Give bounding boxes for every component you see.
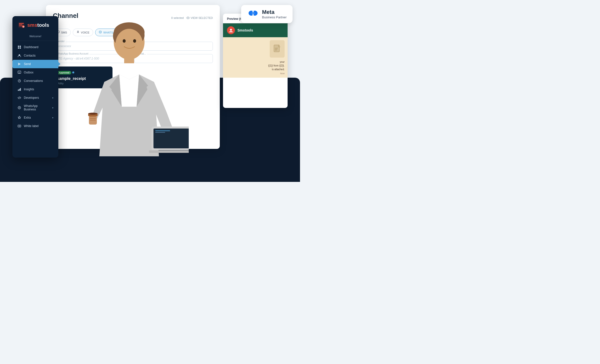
sidebar-item-label: Send xyxy=(24,62,31,66)
sidebar-item-extra[interactable]: Extra ▾ xyxy=(12,113,58,122)
preview-text: your {{1}} from {{2}}. is attached. xyxy=(268,60,285,71)
contacts-icon xyxy=(17,54,21,58)
preview-text-line3: is attached. xyxy=(268,67,285,71)
svg-point-42 xyxy=(88,113,98,115)
sidebar-item-label: WhatsApp Business xyxy=(24,104,50,111)
person-figure xyxy=(70,12,189,174)
preview-panel: Preview (this is a preview only) Smstool… xyxy=(223,14,288,108)
developers-icon xyxy=(17,96,21,100)
sidebar-item-developers[interactable]: Developers ▾ xyxy=(12,94,58,102)
sidebar-welcome: Welcome! xyxy=(12,33,58,41)
whatsapp-icon xyxy=(17,106,21,110)
svg-point-35 xyxy=(133,39,136,43)
svg-rect-46 xyxy=(155,130,170,131)
svg-rect-13 xyxy=(18,90,19,91)
dashboard-icon xyxy=(17,45,21,49)
sidebar-item-label: Contacts xyxy=(24,54,36,57)
preview-text-line2: {{1}} from {{2}}. xyxy=(268,64,285,67)
extra-icon xyxy=(17,116,21,120)
preview-text-line1: your xyxy=(268,60,285,64)
sidebar-item-dashboard[interactable]: Dashboard xyxy=(12,43,58,51)
sidebar-item-label: Developers xyxy=(24,96,39,99)
sidebar-item-conversations[interactable]: Conversations xyxy=(12,77,58,85)
svg-text:✉: ✉ xyxy=(23,26,24,28)
sidebar-item-label: Extra xyxy=(24,116,31,119)
sidebar-item-label: Conversations xyxy=(24,79,43,83)
chevron-down-icon: ▾ xyxy=(52,106,53,109)
smstools-logo-icon: ✉ xyxy=(17,21,25,29)
preview-brand-bar: Smstools xyxy=(223,23,288,37)
view-selected-label: VIEW SELECTED xyxy=(191,16,213,19)
view-selected-button[interactable]: VIEW SELECTED xyxy=(186,16,213,19)
brand-icon xyxy=(227,26,235,34)
chevron-down-icon: ▾ xyxy=(52,116,53,119)
preview-timestamp: Now xyxy=(280,72,285,75)
preview-content: your {{1}} from {{2}}. is attached. Now xyxy=(223,37,288,78)
svg-point-16 xyxy=(18,106,21,109)
sidebar-item-label: White label xyxy=(24,124,38,128)
send-icon xyxy=(17,62,21,66)
svg-rect-8 xyxy=(18,47,19,49)
svg-rect-7 xyxy=(20,46,21,47)
meta-text-block: Meta Business Partner xyxy=(262,9,287,19)
svg-rect-36 xyxy=(124,56,134,63)
approved-badge: Approved xyxy=(57,71,71,74)
conversations-icon xyxy=(17,79,21,83)
meta-logo-icon xyxy=(247,9,259,19)
svg-rect-47 xyxy=(155,132,165,133)
svg-point-34 xyxy=(123,39,126,43)
outbox-icon xyxy=(17,70,21,74)
sidebar-item-contacts[interactable]: Contacts xyxy=(12,51,58,60)
meta-subtitle: Business Partner xyxy=(262,15,287,19)
logo-text: smstools xyxy=(27,22,49,28)
svg-rect-1 xyxy=(19,23,24,24)
svg-point-17 xyxy=(19,107,20,108)
main-container: ✉ smstools Welcome! Dashboard xyxy=(0,0,300,182)
chevron-down-icon: ▾ xyxy=(52,97,53,99)
meta-badge: Meta Business Partner xyxy=(241,5,293,23)
brand-name: Smstools xyxy=(237,28,253,32)
svg-rect-27 xyxy=(275,49,277,49)
svg-rect-28 xyxy=(275,50,277,50)
sidebar-item-whatsapp[interactable]: WhatsApp Business ▾ xyxy=(12,102,58,113)
svg-rect-26 xyxy=(275,48,278,48)
svg-rect-15 xyxy=(20,88,21,91)
sms-tab-label: SMS xyxy=(61,31,67,34)
meta-title: Meta xyxy=(262,9,287,15)
person-illustration xyxy=(70,12,189,174)
sidebar-item-label: Dashboard xyxy=(24,45,38,49)
sidebar-item-send[interactable]: Send xyxy=(12,60,58,68)
sidebar-logo: ✉ smstools xyxy=(12,21,58,33)
insights-icon xyxy=(17,87,21,91)
preview-doc-icon xyxy=(270,40,285,58)
svg-rect-44 xyxy=(153,129,189,148)
whitelabel-icon xyxy=(17,124,21,128)
sidebar-item-whitelabel[interactable]: White label xyxy=(12,122,58,130)
svg-rect-6 xyxy=(18,46,19,47)
sidebar-item-label: Outbox xyxy=(24,71,34,74)
sidebar-item-label: Insights xyxy=(24,88,34,91)
sidebar-item-insights[interactable]: Insights xyxy=(12,85,58,94)
svg-rect-9 xyxy=(20,47,21,49)
svg-point-33 xyxy=(115,29,143,60)
sidebar: ✉ smstools Welcome! Dashboard xyxy=(12,16,58,158)
svg-rect-2 xyxy=(19,24,22,25)
sidebar-item-outbox[interactable]: Outbox xyxy=(12,68,58,77)
svg-rect-14 xyxy=(19,89,20,91)
svg-rect-45 xyxy=(149,150,189,153)
